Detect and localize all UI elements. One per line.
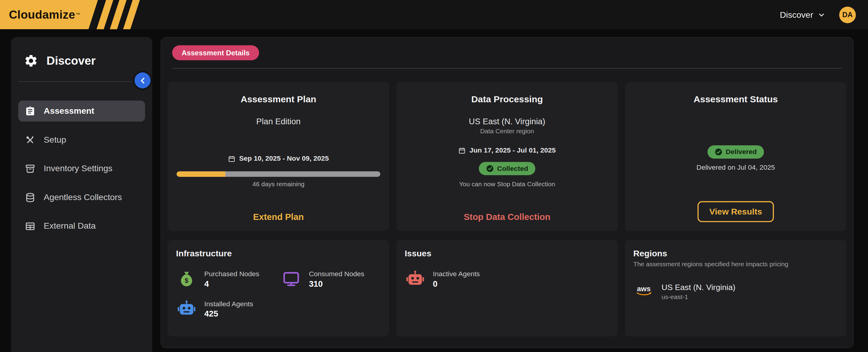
stat-inactive-agents: Inactive Agents 0	[405, 269, 505, 290]
extend-plan-link[interactable]: Extend Plan	[253, 212, 304, 222]
assessment-details-badge: Assessment Details	[172, 45, 259, 61]
avatar[interactable]: DA	[839, 6, 856, 23]
stop-data-collection-link[interactable]: Stop Data Collection	[464, 212, 550, 222]
aws-icon: aws	[633, 281, 654, 302]
svg-text:$: $	[185, 277, 188, 284]
stat-purchased-nodes: $ Purchased Nodes 4	[176, 269, 276, 290]
sidebar-item-agentless-collectors[interactable]: Agentless Collectors	[19, 187, 145, 208]
money-bag-icon: $	[176, 269, 197, 290]
view-results-button[interactable]: View Results	[698, 201, 774, 222]
stat-value: 425	[204, 309, 253, 318]
app-switcher-dropdown[interactable]: Discover	[780, 10, 825, 20]
stat-value: 310	[309, 279, 364, 288]
delivered-on-text: Delivered on Jul 04, 2025	[696, 164, 775, 172]
app-root: Cloudamize ™ Discover DA Discover	[0, 0, 868, 352]
section-divider	[172, 68, 842, 69]
sidebar-title: Discover	[46, 54, 96, 67]
cloudamize-logo[interactable]: Cloudamize ™	[0, 0, 135, 29]
card-title: Assessment Status	[693, 94, 778, 104]
logo-stripes	[101, 0, 135, 29]
plan-edition: Plan Edition	[256, 117, 301, 126]
logo-trademark: ™	[76, 12, 80, 17]
sidebar-collapse-button[interactable]	[134, 72, 150, 89]
sidebar-item-external-data[interactable]: External Data	[19, 215, 145, 237]
sidebar-item-label: Inventory Settings	[44, 164, 113, 174]
collected-status-badge: Collected	[479, 162, 535, 175]
region-name: US East (N. Virginia)	[661, 282, 735, 291]
bottom-cards-row: Infrastructure $ Purchased Nodes	[168, 240, 846, 337]
plan-progress-fill	[177, 171, 225, 177]
infrastructure-card: Infrastructure $ Purchased Nodes	[168, 240, 390, 337]
assessment-plan-card: Assessment Plan Plan Edition Sep 10, 202…	[168, 82, 390, 231]
sidebar: Discover Assessment Setup	[11, 37, 152, 352]
infrastructure-stats: $ Purchased Nodes 4	[176, 269, 381, 319]
gear-icon	[24, 54, 38, 68]
stat-text: Inactive Agents 0	[433, 270, 480, 288]
sidebar-item-label: Assessment	[44, 106, 94, 116]
top-cards-row: Assessment Plan Plan Edition Sep 10, 202…	[168, 82, 846, 231]
calendar-icon	[228, 155, 236, 162]
logo-stripe	[123, 0, 140, 29]
sidebar-item-assessment[interactable]: Assessment	[19, 101, 145, 121]
database-icon	[25, 192, 36, 203]
status-badge-label: Delivered	[726, 148, 757, 156]
app-switcher-label: Discover	[780, 10, 813, 20]
delivered-status-badge: Delivered	[707, 145, 764, 159]
stat-label: Inactive Agents	[433, 270, 480, 278]
assessment-status-card: Assessment Status Delivered Delivered on…	[625, 82, 846, 231]
regions-caption: The assessment regions specified here im…	[633, 261, 838, 268]
stat-text: Consumed Nodes 310	[309, 270, 364, 288]
calendar-icon	[458, 147, 466, 154]
sidebar-item-label: Agentless Collectors	[44, 192, 122, 202]
days-remaining: 46 days remaining	[253, 181, 305, 187]
chevron-left-icon	[138, 76, 147, 85]
data-collection-hint: You can now Stop Data Collection	[459, 181, 555, 187]
region-entry-text: US East (N. Virginia) us-east-1	[661, 282, 735, 300]
sidebar-item-label: External Data	[44, 221, 96, 231]
card-title: Assessment Plan	[241, 94, 316, 104]
region-code: us-east-1	[661, 293, 735, 300]
robot-icon	[176, 298, 197, 319]
issues-card: Issues	[396, 240, 618, 337]
region-entry: aws US East (N. Virginia) us-east-1	[633, 281, 838, 302]
logo-plate: Cloudamize ™	[0, 0, 98, 29]
stat-text: Installed Agents 425	[204, 300, 253, 318]
regions-card: Regions The assessment regions specified…	[625, 240, 846, 337]
check-circle-icon	[486, 165, 494, 172]
issues-stats: Inactive Agents 0	[405, 269, 610, 290]
stat-value: 0	[433, 279, 480, 288]
stat-consumed-nodes: Consumed Nodes 310	[281, 269, 381, 290]
robot-icon	[405, 269, 426, 290]
stat-value: 4	[204, 279, 259, 288]
card-title: Issues	[405, 249, 610, 259]
stat-installed-agents: Installed Agents 425	[176, 298, 276, 319]
logo-stripe	[96, 0, 113, 29]
clipboard-icon	[25, 106, 36, 116]
logo-stripe	[110, 0, 127, 29]
card-title: Data Processing	[471, 94, 543, 104]
data-date-range: Jun 17, 2025 - Jul 01, 2025	[458, 146, 556, 154]
logo-text: Cloudamize	[9, 8, 75, 21]
sidebar-nav: Assessment Setup Inventory Set	[19, 101, 145, 237]
chevron-down-icon	[818, 11, 825, 18]
main-panel: Assessment Details Assessment Plan Plan …	[161, 37, 854, 348]
check-circle-icon	[715, 148, 722, 156]
stat-text: Purchased Nodes 4	[204, 270, 259, 288]
archive-icon	[25, 163, 36, 174]
data-region: US East (N. Virginia)	[469, 117, 546, 126]
stat-label: Installed Agents	[204, 300, 253, 308]
sidebar-item-inventory-settings[interactable]: Inventory Settings	[19, 158, 145, 179]
sidebar-item-label: Setup	[44, 135, 66, 145]
svg-text:aws: aws	[637, 285, 651, 293]
stat-label: Purchased Nodes	[204, 270, 259, 278]
date-range-text: Sep 10, 2025 - Nov 09, 2025	[239, 155, 329, 163]
sidebar-header: Discover	[19, 37, 145, 82]
date-range-text: Jun 17, 2025 - Jul 01, 2025	[470, 146, 556, 154]
status-badge-label: Collected	[497, 165, 528, 172]
sidebar-item-setup[interactable]: Setup	[19, 129, 145, 150]
top-bar: Cloudamize ™ Discover DA	[0, 0, 868, 29]
stat-label: Consumed Nodes	[309, 270, 364, 278]
card-title: Infrastructure	[176, 249, 381, 259]
monitor-icon	[281, 269, 302, 290]
card-title: Regions	[633, 249, 838, 259]
